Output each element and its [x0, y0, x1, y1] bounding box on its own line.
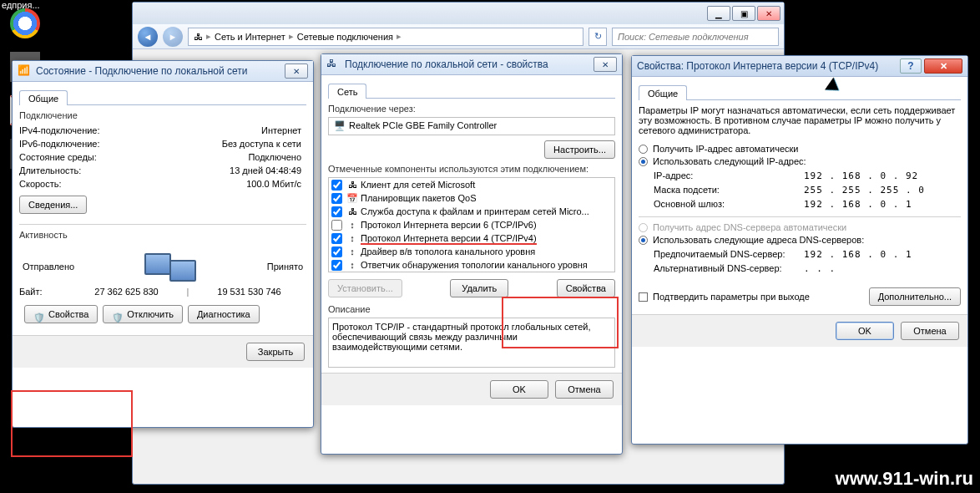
ip-label: IP-адрес: — [654, 170, 804, 181]
component-checkbox[interactable] — [331, 193, 342, 204]
gateway-field[interactable]: 192 . 168 . 0 . 1 — [804, 199, 961, 210]
ok-button[interactable]: OK — [836, 322, 894, 340]
component-checkbox[interactable] — [331, 260, 342, 271]
help-button[interactable]: ? — [900, 58, 922, 74]
chrome-icon[interactable] — [5, 3, 45, 43]
close-button[interactable]: ✕ — [594, 57, 617, 72]
nav-back-button[interactable]: ◄ — [138, 27, 158, 47]
description-label: Описание — [328, 304, 615, 314]
activity-monitors-icon — [141, 250, 200, 283]
component-icon: ↕ — [346, 220, 359, 230]
status-row-value: Подключено — [144, 152, 306, 162]
explorer-nav: ◄ ► 🖧 ▸ Сеть и Интернет ▸ Сетевые подклю… — [133, 24, 784, 49]
tab-general[interactable]: Общие — [19, 90, 68, 105]
component-item[interactable]: 📅Планировщик пакетов QoS — [329, 191, 614, 205]
adapter-name: 🖥️Realtek PCIe GBE Family Controller — [328, 117, 615, 135]
properties-titlebar: 🖧 Подключение по локальной сети - свойст… — [321, 54, 622, 75]
watermark: www.911-win.ru — [836, 468, 973, 490]
mask-label: Маска подсети: — [654, 185, 804, 196]
ip-field[interactable]: 192 . 168 . 0 . 92 — [804, 170, 961, 181]
disable-button[interactable]: 🛡️Отключить — [103, 305, 183, 323]
status-row-key: IPv4-подключение: — [19, 125, 144, 135]
status-title: Состояние - Подключение по локальной сет… — [36, 65, 285, 77]
radio-ip-auto[interactable]: Получить IP-адрес автоматически — [639, 144, 961, 154]
component-checkbox[interactable] — [331, 180, 342, 191]
component-item[interactable]: ↕Драйвер в/в тополога канального уровня — [329, 245, 614, 258]
properties-title: Подключение по локальной сети - свойства — [345, 58, 594, 70]
component-item[interactable]: ↕Ответчик обнаружения топологии канально… — [329, 258, 614, 272]
gateway-label: Основной шлюз: — [654, 199, 804, 210]
details-button[interactable]: Сведения... — [19, 196, 87, 214]
diagnose-button[interactable]: Диагностика — [188, 305, 260, 323]
ok-button[interactable]: OK — [490, 380, 548, 399]
configure-button[interactable]: Настроить... — [544, 140, 615, 159]
minimize-button[interactable]: ▁ — [707, 6, 730, 21]
component-properties-button[interactable]: Свойства — [557, 279, 615, 297]
tab-general[interactable]: Общие — [639, 85, 687, 100]
nav-forward-button[interactable]: ► — [163, 27, 183, 47]
cancel-button[interactable]: Отмена — [555, 380, 614, 399]
close-dialog-button[interactable]: Закрыть — [246, 343, 305, 361]
status-titlebar: 📶 Состояние - Подключение по локальной с… — [13, 61, 313, 82]
component-item[interactable]: ↕Протокол Интернета версии 4 (TCP/IPv4) — [329, 231, 614, 245]
description-text: Протокол TCP/IP - стандартный протокол г… — [328, 318, 615, 368]
breadcrumb-item[interactable]: Сеть и Интернет — [215, 32, 285, 42]
component-item[interactable]: ↕Протокол Интернета версии 6 (TCP/IPv6) — [329, 218, 614, 231]
dns1-label: Предпочитаемый DNS-сервер: — [654, 249, 804, 260]
ipv4-title: Свойства: Протокол Интернета версии 4 (T… — [637, 60, 900, 72]
network-icon: 🖧 — [326, 58, 340, 71]
mask-field[interactable]: 255 . 255 . 255 . 0 — [804, 185, 961, 196]
properties-button[interactable]: 🛡️Свойства — [24, 305, 98, 323]
advanced-button[interactable]: Дополнительно... — [869, 287, 961, 306]
confirm-checkbox[interactable]: Подтвердить параметры при выходе — [639, 292, 810, 302]
uninstall-button[interactable]: Удалить — [450, 279, 508, 297]
status-row-key: Длительность: — [19, 165, 144, 175]
components-listbox[interactable]: 🖧Клиент для сетей Microsoft📅Планировщик … — [328, 177, 615, 272]
component-checkbox[interactable] — [331, 206, 342, 217]
breadcrumb[interactable]: 🖧 ▸ Сеть и Интернет ▸ Сетевые подключени… — [188, 28, 583, 46]
connection-properties-dialog: 🖧 Подключение по локальной сети - свойст… — [321, 53, 623, 455]
close-button[interactable]: ✕ — [285, 64, 308, 79]
bytes-recv: 19 531 530 746 — [192, 287, 306, 297]
dns1-field[interactable]: 192 . 168 . 0 . 1 — [804, 249, 961, 260]
shield-icon: 🛡️ — [112, 309, 124, 321]
activity-section-label: Активность — [19, 230, 306, 240]
ipv4-properties-dialog: Свойства: Протокол Интернета версии 4 (T… — [631, 55, 968, 445]
ipv4-titlebar: Свойства: Протокол Интернета версии 4 (T… — [632, 56, 967, 77]
connection-section-label: Подключение — [19, 110, 306, 120]
components-label: Отмеченные компоненты используются этим … — [328, 164, 615, 174]
maximize-button[interactable]: ▣ — [732, 6, 755, 21]
refresh-button[interactable]: ↻ — [589, 28, 607, 46]
component-checkbox[interactable] — [331, 233, 342, 244]
component-item[interactable]: 🖧Служба доступа к файлам и принтерам сет… — [329, 205, 614, 218]
close-button[interactable]: ✕ — [924, 58, 962, 74]
component-label: Клиент для сетей Microsoft — [361, 180, 475, 190]
component-label: Драйвер в/в тополога канального уровня — [361, 246, 535, 257]
radio-dns-auto: Получить адрес DNS-сервера автоматически — [639, 222, 961, 232]
component-label: Протокол Интернета версии 4 (TCP/IPv4) — [361, 233, 537, 243]
radio-ip-manual[interactable]: Использовать следующий IP-адрес: — [639, 156, 961, 166]
install-button[interactable]: Установить... — [328, 279, 402, 297]
component-icon: 🖧 — [346, 180, 359, 190]
component-checkbox[interactable] — [331, 246, 342, 257]
status-row-key: Состояние среды: — [19, 152, 144, 162]
component-checkbox[interactable] — [331, 220, 342, 231]
adapter-icon: 🖥️ — [334, 120, 346, 132]
status-row-value: Без доступа к сети — [144, 139, 306, 149]
radio-dns-manual[interactable]: Использовать следующие адреса DNS-сервер… — [639, 235, 961, 245]
status-row-value: Интернет — [144, 125, 306, 135]
breadcrumb-item[interactable]: Сетевые подключения — [297, 32, 393, 42]
close-button[interactable]: ✕ — [757, 6, 780, 21]
component-icon: ↕ — [346, 260, 359, 270]
tab-network[interactable]: Сеть — [328, 84, 366, 99]
sent-label: Отправлено — [23, 262, 74, 272]
status-row-value: 13 дней 04:48:49 — [144, 165, 306, 175]
network-icon: 🖧 — [194, 32, 203, 42]
component-label: Ответчик обнаружения топологии канальног… — [361, 260, 588, 270]
cancel-button[interactable]: Отмена — [901, 322, 959, 340]
component-item[interactable]: 🖧Клиент для сетей Microsoft — [329, 178, 614, 191]
highlight-box — [11, 390, 133, 457]
search-input[interactable]: Поиск: Сетевые подключения — [612, 28, 779, 46]
component-label: Протокол Интернета версии 6 (TCP/IPv6) — [361, 220, 537, 230]
dns2-field[interactable]: . . . — [804, 263, 961, 274]
